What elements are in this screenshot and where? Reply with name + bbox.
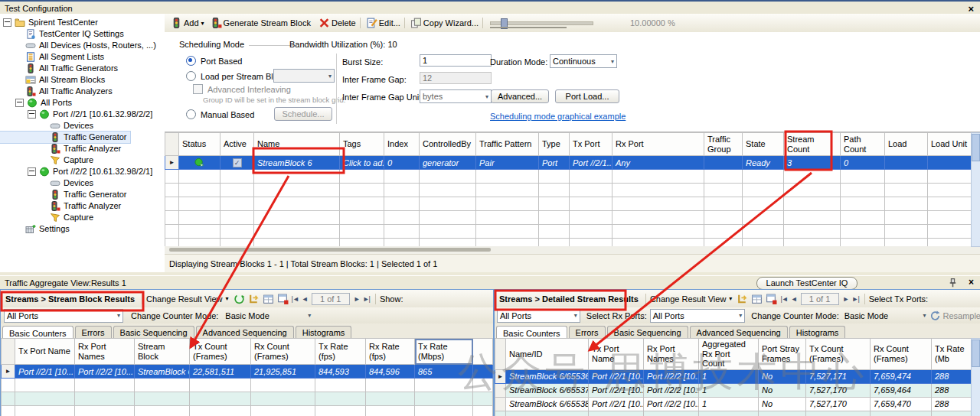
column-header[interactable]: Tx Count (Frames): [806, 339, 871, 370]
last-page-icon[interactable]: ►|: [363, 295, 370, 303]
column-header[interactable]: Aggregated Rx Port Count: [699, 339, 759, 370]
tab-basic-counters[interactable]: Basic Counters: [496, 326, 567, 339]
manual-based-radio[interactable]: Manual Based: [186, 109, 254, 119]
radio-icon[interactable]: [186, 71, 196, 81]
schedule-button[interactable]: Schedule...: [274, 107, 332, 121]
tab-advanced-sequencing[interactable]: Advanced Sequencing: [196, 326, 294, 338]
tab-basic-sequencing[interactable]: Basic Sequencing: [607, 326, 688, 338]
inter-frame-gap-unit-select[interactable]: bytes▾: [420, 89, 492, 103]
add-button[interactable]: Add: [184, 18, 199, 28]
tree-item-capture[interactable]: Capture: [0, 212, 165, 223]
load-per-stream-block-radio[interactable]: Load per Stream Block: [186, 71, 286, 81]
tree-item-all-traffic-generators[interactable]: All Traffic Generators: [0, 63, 165, 74]
column-header[interactable]: Active: [220, 133, 254, 156]
tree-item-traffic-analyzer[interactable]: Traffic Analyzer: [0, 200, 165, 212]
load-per-stream-block-select[interactable]: ▾: [273, 69, 335, 83]
table-cell[interactable]: Port: [539, 156, 570, 170]
chevron-down-icon[interactable]: ▾: [729, 295, 732, 302]
table-cell[interactable]: Port //2/2 [10...: [644, 383, 699, 397]
table-cell[interactable]: No: [759, 383, 806, 397]
active-cell[interactable]: ✓: [220, 156, 254, 170]
column-header[interactable]: Stream Block: [135, 339, 190, 365]
tree-item-traffic-generator[interactable]: Traffic Generator: [0, 189, 165, 200]
table-cell[interactable]: No: [759, 397, 806, 411]
tab-histograms[interactable]: Histograms: [296, 326, 352, 338]
table-cell[interactable]: Click to ad...: [340, 156, 384, 170]
table-cell[interactable]: Port //2/1 [10...: [589, 383, 644, 397]
table-cell[interactable]: [704, 156, 743, 170]
checkbox-checked-icon[interactable]: ✓: [233, 158, 242, 167]
generate-stream-block-button[interactable]: Generate Stream Block: [224, 18, 311, 28]
first-page-icon[interactable]: |◄: [292, 295, 299, 303]
next-page-icon[interactable]: ►: [354, 295, 360, 303]
table-cell[interactable]: 0: [384, 156, 420, 170]
tab-basic-sequencing[interactable]: Basic Sequencing: [113, 326, 194, 338]
grid-red-icon[interactable]: [277, 294, 289, 304]
scheduling-example-link[interactable]: Scheduling mode graphical example: [490, 112, 626, 121]
table-cell[interactable]: No: [759, 369, 806, 383]
prev-page-icon[interactable]: ◄: [791, 295, 797, 303]
table-cell[interactable]: [885, 156, 928, 170]
close-icon[interactable]: ×: [968, 4, 974, 14]
table-cell[interactable]: 7,527,170: [806, 397, 871, 411]
table-cell[interactable]: Port //2/1 [10...: [589, 369, 644, 383]
port-based-radio[interactable]: Port Based: [186, 56, 242, 66]
table-cell[interactable]: StreamBlock 6: [135, 365, 190, 379]
tree-item-all-traffic-analyzers[interactable]: All Traffic Analyzers: [0, 86, 165, 97]
tree-item-traffic-analyzer[interactable]: Traffic Analyzer: [0, 143, 165, 154]
result-row[interactable]: ►StreamBlock 6/65536Port //2/1 [10...Por…: [495, 369, 972, 383]
vertical-scrollbar[interactable]: [971, 338, 980, 416]
tree-item-capture[interactable]: Capture: [0, 154, 165, 166]
resample-icon[interactable]: [929, 310, 941, 321]
column-header[interactable]: Path Count: [841, 133, 885, 156]
grid-view-icon[interactable]: [751, 294, 763, 304]
table-cell[interactable]: [928, 156, 975, 170]
tx-ports-select[interactable]: All Ports▾: [497, 309, 580, 323]
tab-advanced-sequencing[interactable]: Advanced Sequencing: [690, 326, 788, 338]
table-cell[interactable]: StreamBlock 6/65537: [506, 383, 589, 397]
rx-ports-select[interactable]: All Ports▾: [650, 309, 746, 323]
table-cell[interactable]: 1: [699, 369, 759, 383]
collapse-toggle-icon[interactable]: [28, 167, 36, 176]
scrollbar-thumb[interactable]: [972, 134, 980, 161]
table-cell[interactable]: Ready: [743, 156, 784, 170]
advanced-interleaving-checkbox[interactable]: Advanced Interleaving: [193, 84, 291, 94]
column-header[interactable]: Status: [179, 133, 220, 156]
column-header[interactable]: Name: [254, 133, 340, 156]
column-header[interactable]: Port Stray Frames: [759, 339, 806, 370]
change-result-view-button[interactable]: Change Result View: [650, 294, 726, 304]
column-header[interactable]: Tx Rate (Mbps): [415, 339, 473, 365]
table-cell[interactable]: generator: [420, 156, 476, 170]
column-header[interactable]: Traffic Pattern: [476, 133, 539, 156]
horizontal-scrollbar[interactable]: [165, 246, 980, 254]
refresh-icon[interactable]: [234, 294, 245, 304]
collapse-toggle-icon[interactable]: [3, 18, 11, 27]
table-cell[interactable]: 844,596: [366, 365, 415, 379]
table-cell[interactable]: 7,659,474: [871, 369, 932, 383]
column-header[interactable]: ControlledBy: [420, 133, 476, 156]
first-page-icon[interactable]: |◄: [780, 295, 787, 303]
column-header[interactable]: Tx Port Name: [15, 339, 75, 365]
table-cell[interactable]: StreamBlock 6/65536: [506, 369, 589, 383]
change-result-view-button[interactable]: Change Result View: [146, 294, 222, 304]
counter-mode-select[interactable]: Basic Mode▾: [842, 310, 929, 322]
table-cell[interactable]: 0: [841, 156, 885, 170]
column-header[interactable]: Rx Port Names: [644, 339, 699, 370]
grid-view-icon[interactable]: [263, 294, 274, 304]
result-row[interactable]: StreamBlock 6/65537Port //2/1 [10...Port…: [495, 383, 972, 397]
result-row[interactable]: StreamBlock 6/65538Port //2/1 [10...Port…: [495, 397, 972, 411]
duration-mode-select[interactable]: Continuous▾: [550, 54, 617, 68]
column-header[interactable]: Load: [885, 133, 928, 156]
collapse-toggle-icon[interactable]: [15, 99, 24, 107]
column-header[interactable]: Rx Port Names: [75, 339, 135, 365]
vertical-scrollbar[interactable]: [971, 132, 980, 247]
column-header[interactable]: Tx Port Name: [589, 339, 644, 370]
column-header[interactable]: [473, 339, 493, 365]
close-results-icon[interactable]: ×: [969, 277, 974, 288]
tree-item-all-devices[interactable]: All Devices (Hosts, Routers, ...): [0, 40, 165, 51]
advanced-button[interactable]: Advanced...: [491, 89, 549, 103]
column-header[interactable]: Type: [539, 133, 570, 156]
pin-icon[interactable]: [947, 278, 959, 288]
table-cell[interactable]: 21,925,851: [251, 365, 315, 379]
table-cell[interactable]: 288: [932, 397, 972, 411]
